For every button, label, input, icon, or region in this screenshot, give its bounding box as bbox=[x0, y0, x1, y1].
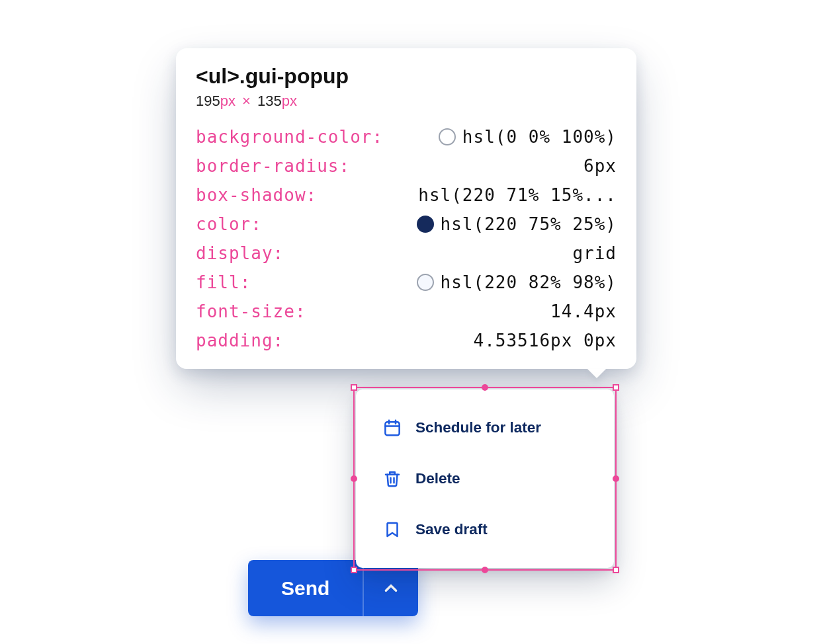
element-class: .gui-popup bbox=[239, 64, 349, 88]
resize-handle-icon bbox=[351, 384, 357, 391]
style-value: 14.4px bbox=[550, 302, 617, 321]
popup-item-label: Delete bbox=[415, 470, 460, 487]
inspected-element-title: <ul>.gui-popup bbox=[196, 64, 617, 89]
popup-item-label: Schedule for later bbox=[415, 419, 541, 436]
svg-rect-0 bbox=[385, 422, 399, 435]
element-tag: <ul> bbox=[196, 64, 239, 88]
style-row: display: grid bbox=[196, 243, 617, 263]
send-button[interactable]: Send bbox=[248, 560, 364, 616]
style-value: hsl(220 82% 98%) bbox=[417, 272, 617, 292]
style-key: padding bbox=[196, 331, 273, 350]
chevron-up-icon bbox=[382, 580, 400, 597]
style-value: 4.53516px 0px bbox=[474, 331, 617, 350]
style-key: display bbox=[196, 243, 273, 263]
send-split-button: Send bbox=[248, 560, 418, 616]
color-swatch-icon bbox=[439, 128, 456, 145]
style-row: padding: 4.53516px 0px bbox=[196, 331, 617, 350]
style-key: background-color bbox=[196, 127, 372, 147]
gui-popup[interactable]: Schedule for later Delete Save draft bbox=[356, 389, 614, 568]
style-row: border-radius: 6px bbox=[196, 156, 617, 176]
style-key: box-shadow bbox=[196, 185, 306, 205]
style-row: font-size: 14.4px bbox=[196, 302, 617, 321]
trash-icon bbox=[382, 469, 402, 489]
send-button-label: Send bbox=[281, 577, 329, 600]
resize-handle-icon bbox=[613, 567, 619, 573]
style-value: hsl(220 71% 15%... bbox=[418, 185, 617, 205]
popup-item-delete[interactable]: Delete bbox=[356, 458, 614, 499]
style-row: box-shadow: hsl(220 71% 15%... bbox=[196, 185, 617, 205]
style-value: hsl(220 75% 25%) bbox=[417, 214, 617, 234]
popup-item-schedule[interactable]: Schedule for later bbox=[356, 407, 614, 448]
popup-item-label: Save draft bbox=[415, 521, 488, 538]
style-key: font-size bbox=[196, 302, 295, 321]
color-swatch-icon bbox=[417, 274, 434, 291]
style-rows: background-color: hsl(0 0% 100%) border-… bbox=[196, 127, 617, 350]
style-row: fill: hsl(220 82% 98%) bbox=[196, 272, 617, 292]
element-dimensions: 195px × 135px bbox=[196, 93, 617, 110]
style-key: color bbox=[196, 214, 251, 234]
style-value: grid bbox=[572, 243, 617, 263]
style-value: hsl(0 0% 100%) bbox=[439, 127, 617, 147]
calendar-icon bbox=[382, 418, 402, 438]
color-swatch-icon bbox=[417, 216, 434, 233]
style-key: border-radius bbox=[196, 156, 339, 176]
resize-handle-icon bbox=[613, 384, 619, 391]
bookmark-icon bbox=[382, 520, 402, 540]
popup-item-save-draft[interactable]: Save draft bbox=[356, 509, 614, 550]
style-value: 6px bbox=[583, 156, 617, 176]
devtools-tooltip: <ul>.gui-popup 195px × 135px background-… bbox=[176, 48, 636, 369]
style-row: background-color: hsl(0 0% 100%) bbox=[196, 127, 617, 147]
style-row: color: hsl(220 75% 25%) bbox=[196, 214, 617, 234]
style-key: fill bbox=[196, 272, 240, 292]
send-more-toggle[interactable] bbox=[364, 560, 418, 616]
